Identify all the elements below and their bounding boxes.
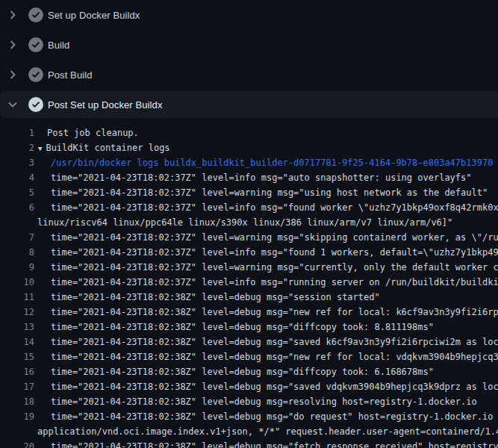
line-number[interactable]: 19 [0, 409, 34, 424]
log-line: 10 time="2021-04-23T18:02:37Z" level=inf… [0, 275, 498, 290]
log-line-text: time="2021-04-23T18:02:37Z" level=info m… [34, 275, 498, 290]
log-line: 1 Post job cleanup. [0, 125, 498, 140]
line-number[interactable]: 20 [0, 439, 34, 448]
log-line-text: /usr/bin/docker logs buildx_buildkit_bui… [34, 155, 493, 170]
line-number[interactable]: 2 [0, 140, 34, 155]
line-number[interactable]: 10 [0, 275, 34, 290]
chevron-right-icon[interactable] [7, 69, 19, 81]
log-area: 1 Post job cleanup. 2 ▼BuildKit containe… [0, 119, 498, 448]
chevron-right-icon[interactable] [7, 39, 19, 51]
log-line: 5 time="2021-04-23T18:02:37Z" level=warn… [0, 185, 498, 200]
log-line: 4 time="2021-04-23T18:02:37Z" level=info… [0, 170, 498, 185]
step-list: Set up Docker Buildx Build [0, 0, 498, 118]
log-line: linux/riscv64 linux/ppc64le linux/s390x … [0, 215, 498, 230]
log-line-text: time="2021-04-23T18:02:37Z" level=warnin… [34, 230, 498, 245]
log-line: 20 time="2021-04-23T18:02:38Z" level=deb… [0, 439, 498, 448]
step-title: Post Build [48, 69, 93, 81]
line-number[interactable]: 3 [0, 155, 34, 170]
log-line-text: time="2021-04-23T18:02:38Z" level=debug … [34, 364, 434, 379]
line-number[interactable]: 18 [0, 394, 34, 409]
line-number[interactable]: 16 [0, 364, 34, 379]
log-line-text: time="2021-04-23T18:02:38Z" level=debug … [34, 290, 380, 305]
chevron-down-icon[interactable] [7, 99, 19, 111]
log-line-text: time="2021-04-23T18:02:38Z" level=debug … [34, 349, 498, 364]
step-header[interactable]: Set up Docker Buildx [0, 0, 498, 30]
step-title: Post Set up Docker Buildx [48, 99, 163, 111]
log-line: 11 time="2021-04-23T18:02:38Z" level=deb… [0, 290, 498, 305]
log-line: application/vnd.oci.image.index.v1+json,… [0, 424, 498, 439]
log-line-text: time="2021-04-23T18:02:37Z" level=info m… [34, 170, 472, 185]
log-line: 8 time="2021-04-23T18:02:37Z" level=info… [0, 245, 498, 260]
log-line-text: time="2021-04-23T18:02:37Z" level=info m… [34, 200, 498, 215]
log-line: 9 time="2021-04-23T18:02:37Z" level=warn… [0, 260, 498, 275]
log-line-text: time="2021-04-23T18:02:38Z" level=debug … [34, 320, 434, 335]
line-number[interactable]: 11 [0, 290, 34, 305]
log-line: 14 time="2021-04-23T18:02:38Z" level=deb… [0, 335, 498, 349]
log-line-text: application/vnd.oci.image.index.v1+json,… [0, 424, 498, 439]
check-circle-icon [28, 67, 43, 82]
log-line-text: time="2021-04-23T18:02:38Z" level=debug … [34, 305, 498, 320]
line-number[interactable]: 4 [0, 170, 34, 185]
log-line-text: time="2021-04-23T18:02:38Z" level=debug … [34, 439, 498, 448]
log-line-text: time="2021-04-23T18:02:37Z" level=warnin… [34, 185, 488, 200]
log-line-text: time="2021-04-23T18:02:38Z" level=debug … [34, 394, 477, 409]
log-line: 15 time="2021-04-23T18:02:38Z" level=deb… [0, 349, 498, 364]
log-line-text: time="2021-04-23T18:02:37Z" level=warnin… [34, 260, 498, 275]
log-line: 2 ▼BuildKit container logs [0, 140, 498, 155]
step-header[interactable]: Build [0, 30, 498, 60]
log-line-text: ▼BuildKit container logs [34, 140, 170, 155]
log-line: 6 time="2021-04-23T18:02:37Z" level=info… [0, 200, 498, 215]
line-number[interactable]: 7 [0, 230, 34, 245]
actions-log-viewer: Set up Docker Buildx Build [0, 0, 498, 448]
step-header[interactable]: Post Set up Docker Buildx [0, 91, 498, 118]
log-line-text: linux/riscv64 linux/ppc64le linux/s390x … [0, 215, 452, 230]
step-header[interactable]: Post Build [0, 60, 498, 90]
log-line: 13 time="2021-04-23T18:02:38Z" level=deb… [0, 320, 498, 335]
line-number[interactable]: 13 [0, 320, 34, 335]
log-line-text: Post job cleanup. [34, 125, 139, 140]
log-line: 19 time="2021-04-23T18:02:38Z" level=deb… [0, 409, 498, 424]
log-line: 3 /usr/bin/docker logs buildx_buildkit_b… [0, 155, 498, 170]
line-number[interactable]: 17 [0, 379, 34, 394]
line-number[interactable]: 8 [0, 245, 34, 260]
step-title: Set up Docker Buildx [48, 10, 140, 21]
chevron-right-icon[interactable] [7, 9, 19, 21]
log-line: 12 time="2021-04-23T18:02:38Z" level=deb… [0, 305, 498, 320]
check-circle-icon [28, 37, 43, 52]
check-circle-icon [28, 97, 43, 112]
log-line: 17 time="2021-04-23T18:02:38Z" level=deb… [0, 379, 498, 394]
line-number[interactable]: 1 [0, 125, 34, 140]
log-line-text: time="2021-04-23T18:02:38Z" level=debug … [34, 335, 498, 349]
step-title: Build [48, 40, 69, 51]
log-line-text: time="2021-04-23T18:02:38Z" level=debug … [34, 379, 498, 394]
log-line: 16 time="2021-04-23T18:02:38Z" level=deb… [0, 364, 498, 379]
line-number[interactable]: 15 [0, 349, 34, 364]
log-line-text: time="2021-04-23T18:02:37Z" level=info m… [34, 245, 498, 260]
collapse-triangle-icon[interactable]: ▼ [38, 145, 42, 152]
line-number[interactable]: 9 [0, 260, 34, 275]
log-line: 7 time="2021-04-23T18:02:37Z" level=warn… [0, 230, 498, 245]
check-circle-icon [28, 7, 43, 22]
line-number[interactable]: 5 [0, 185, 34, 200]
line-number[interactable]: 6 [0, 200, 34, 215]
log-line: 18 time="2021-04-23T18:02:38Z" level=deb… [0, 394, 498, 409]
log-line-text: time="2021-04-23T18:02:38Z" level=debug … [34, 409, 498, 424]
line-number[interactable]: 14 [0, 335, 34, 349]
line-number[interactable]: 12 [0, 305, 34, 320]
